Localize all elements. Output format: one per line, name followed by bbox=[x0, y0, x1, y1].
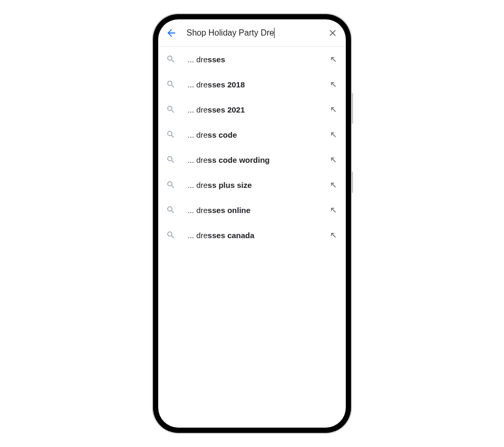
search-icon bbox=[166, 104, 176, 115]
arrow-up-left-icon bbox=[328, 230, 338, 240]
search-icon bbox=[166, 129, 176, 140]
suggestion-completion: ss plus size bbox=[207, 181, 251, 189]
suggestion-item[interactable]: ... dress plus size bbox=[158, 172, 346, 197]
suggestion-item[interactable]: ... dresses online bbox=[158, 197, 346, 222]
suggestion-completion: ss code bbox=[207, 130, 237, 139]
close-icon bbox=[327, 28, 338, 38]
insert-suggestion-button[interactable] bbox=[328, 205, 338, 215]
search-input-value: Shop Holiday Party Dre bbox=[187, 28, 274, 38]
arrow-up-left-icon bbox=[328, 205, 338, 215]
arrow-up-left-icon bbox=[328, 54, 338, 64]
suggestion-completion: sses 2021 bbox=[207, 105, 245, 114]
suggestion-prefix: ... bbox=[188, 55, 196, 64]
suggestion-item[interactable]: ... dresses 2021 bbox=[158, 97, 346, 122]
suggestion-item[interactable]: ... dress code bbox=[158, 122, 346, 147]
suggestion-text: ... dress code bbox=[188, 130, 328, 139]
suggestion-typed: dre bbox=[196, 181, 208, 189]
suggestion-typed: dre bbox=[196, 155, 208, 164]
suggestion-completion: ss code wording bbox=[207, 155, 269, 164]
suggestion-text: ... dresses canada bbox=[188, 231, 328, 240]
suggestion-text: ... dresses 2018 bbox=[188, 80, 328, 89]
arrow-up-left-icon bbox=[328, 105, 338, 114]
suggestion-prefix: ... bbox=[188, 80, 196, 89]
back-arrow-icon bbox=[166, 27, 177, 39]
insert-suggestion-button[interactable] bbox=[328, 79, 338, 90]
insert-suggestion-button[interactable] bbox=[328, 154, 338, 165]
suggestion-text: ... dresses bbox=[188, 55, 328, 64]
suggestion-item[interactable]: ... dresses canada bbox=[158, 222, 346, 248]
arrow-up-left-icon bbox=[328, 155, 338, 164]
search-input[interactable]: Shop Holiday Party Dre bbox=[187, 28, 327, 38]
arrow-up-left-icon bbox=[328, 180, 338, 189]
phone-side-button bbox=[351, 171, 353, 193]
suggestion-list: ... dresses... dresses 2018... dresses 2… bbox=[158, 47, 346, 428]
search-icon bbox=[166, 205, 176, 215]
suggestion-completion: sses bbox=[207, 55, 225, 64]
suggestion-item[interactable]: ... dresses bbox=[158, 47, 346, 72]
insert-suggestion-button[interactable] bbox=[328, 104, 338, 115]
suggestion-prefix: ... bbox=[188, 130, 196, 139]
search-icon bbox=[166, 180, 176, 190]
suggestion-typed: dre bbox=[196, 80, 208, 89]
suggestion-typed: dre bbox=[196, 231, 208, 240]
suggestion-prefix: ... bbox=[188, 105, 196, 114]
suggestion-completion: sses 2018 bbox=[207, 80, 245, 89]
suggestion-typed: dre bbox=[196, 130, 208, 139]
insert-suggestion-button[interactable] bbox=[328, 230, 338, 240]
suggestion-text: ... dresses online bbox=[188, 206, 328, 215]
search-icon bbox=[166, 230, 176, 240]
arrow-up-left-icon bbox=[328, 80, 338, 89]
search-icon bbox=[166, 54, 176, 64]
suggestion-prefix: ... bbox=[188, 155, 196, 164]
arrow-up-left-icon bbox=[328, 130, 338, 139]
suggestion-item[interactable]: ... dresses 2018 bbox=[158, 72, 346, 97]
suggestion-typed: dre bbox=[196, 105, 208, 114]
phone-side-button bbox=[351, 93, 353, 124]
suggestion-typed: dre bbox=[196, 55, 208, 64]
suggestion-completion: sses online bbox=[207, 206, 250, 215]
insert-suggestion-button[interactable] bbox=[328, 180, 338, 190]
search-header: Shop Holiday Party Dre bbox=[158, 19, 346, 47]
back-button[interactable] bbox=[166, 27, 177, 39]
suggestion-typed: dre bbox=[196, 206, 208, 215]
phone-screen: Shop Holiday Party Dre ... dresses... dr… bbox=[158, 19, 346, 428]
suggestion-text: ... dress plus size bbox=[188, 181, 328, 189]
suggestion-prefix: ... bbox=[188, 206, 196, 215]
suggestion-prefix: ... bbox=[188, 231, 196, 240]
search-icon bbox=[166, 79, 176, 90]
insert-suggestion-button[interactable] bbox=[328, 129, 338, 140]
suggestion-text: ... dresses 2021 bbox=[188, 105, 328, 114]
suggestion-text: ... dress code wording bbox=[188, 155, 328, 164]
clear-search-button[interactable] bbox=[327, 27, 338, 39]
suggestion-item[interactable]: ... dress code wording bbox=[158, 147, 346, 172]
suggestion-completion: sses canada bbox=[207, 231, 254, 240]
text-cursor bbox=[274, 28, 275, 38]
phone-frame: Shop Holiday Party Dre ... dresses... dr… bbox=[153, 14, 351, 433]
insert-suggestion-button[interactable] bbox=[328, 54, 338, 64]
search-icon bbox=[166, 154, 176, 165]
suggestion-prefix: ... bbox=[188, 181, 196, 189]
